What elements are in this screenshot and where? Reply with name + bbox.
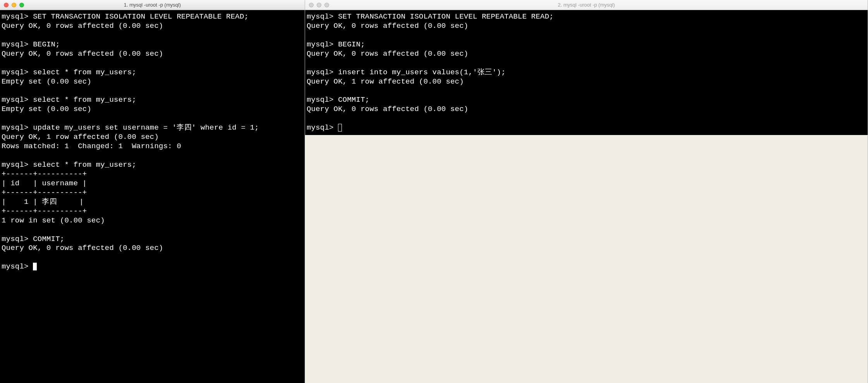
- terminal-output-1[interactable]: mysql> SET TRANSACTION ISOLATION LEVEL R…: [0, 10, 305, 383]
- window-background: [305, 135, 868, 383]
- titlebar-2[interactable]: 2. mysql -uroot -p (mysql): [305, 0, 868, 10]
- cursor-icon: [33, 263, 37, 270]
- cursor-icon: [338, 124, 342, 132]
- titlebar-1[interactable]: 1. mysql -uroot -p (mysql): [0, 0, 305, 10]
- window-title-1: 1. mysql -uroot -p (mysql): [0, 2, 305, 8]
- terminal-window-1: 1. mysql -uroot -p (mysql) mysql> SET TR…: [0, 0, 305, 383]
- window-controls-2: [309, 3, 329, 7]
- minimize-icon[interactable]: [317, 3, 321, 7]
- terminal-window-2: 2. mysql -uroot -p (mysql) mysql> SET TR…: [305, 0, 868, 383]
- zoom-icon[interactable]: [324, 3, 329, 7]
- window-controls-1: [4, 3, 24, 7]
- close-icon[interactable]: [4, 3, 9, 7]
- minimize-icon[interactable]: [12, 3, 16, 7]
- close-icon[interactable]: [309, 3, 314, 7]
- window-title-2: 2. mysql -uroot -p (mysql): [305, 2, 868, 8]
- terminal-output-2[interactable]: mysql> SET TRANSACTION ISOLATION LEVEL R…: [305, 10, 868, 135]
- zoom-icon[interactable]: [19, 3, 24, 7]
